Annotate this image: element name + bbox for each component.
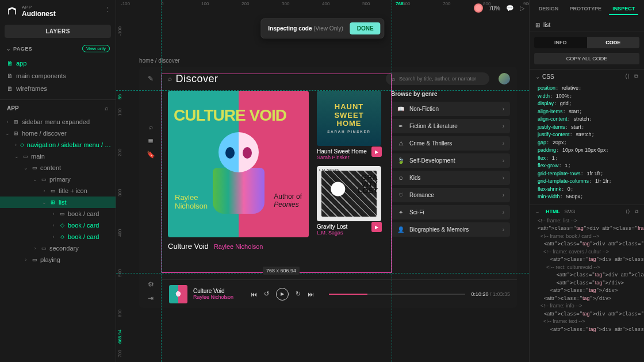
page-item[interactable]: 🗎app [0, 57, 116, 70]
ruler-vertical: -200-10059100200300400500600665.94700800… [116, 9, 128, 362]
layer-row[interactable]: ›◇navigation / sidebar menu / … [0, 139, 116, 151]
genre-item[interactable]: ⚠Crime & Thrillers› [391, 136, 510, 151]
layer-row[interactable]: ⌄▭main [0, 151, 116, 162]
search-input[interactable] [399, 76, 484, 82]
play-button[interactable]: ▶ [276, 288, 289, 301]
genre-icon: 📖 [397, 106, 405, 112]
play-button[interactable]: ▶ [371, 147, 382, 157]
feature-author: Raylee Nicholson [214, 243, 263, 250]
layer-row[interactable]: ›◇book / card [0, 231, 116, 242]
layer-row[interactable]: ⌄▭content [0, 162, 116, 174]
bookmark-icon[interactable]: 🔖 [147, 151, 155, 159]
css-code[interactable]: position: relative; width: 100%; display… [530, 83, 644, 205]
layers-tab[interactable]: LAYERS [5, 25, 111, 38]
artboard-main: ⌕Discover ⌕ CULTURE VOID Raylee Nicholso… [162, 67, 517, 276]
search-field[interactable]: ⌕ [386, 72, 489, 85]
cover-author-left: Raylee Nicholson [175, 193, 208, 211]
code-icon[interactable]: ⟨⟩ [625, 73, 630, 80]
feature-card[interactable]: CULTURE VOID Raylee Nicholson Author ofP… [168, 91, 309, 251]
brand-label: APP [22, 5, 56, 10]
app-section-title: APP [7, 105, 19, 111]
side-cards: HAUNTSWEETHOMESARAH PINSKERHaunt Sweet H… [317, 91, 383, 251]
artboard: ✎ ⌕ ≣ 🔖 ⚙ ⇥ ⌕Discover ⌕ [139, 67, 517, 308]
layer-row[interactable]: ›◇book / card [0, 219, 116, 231]
tab-prototype[interactable]: PROTOTYPE [566, 3, 605, 15]
forward-icon[interactable]: ↻ [296, 290, 301, 298]
tab-design[interactable]: DESIGN [535, 3, 562, 15]
genre-item[interactable]: 📖Non-Fiction› [391, 102, 510, 116]
code-tab-html[interactable]: HTML [546, 209, 560, 214]
genre-icon: ⚠ [397, 140, 405, 147]
guide-horizontal [116, 273, 529, 274]
layer-row[interactable]: ›▭book / card [0, 208, 116, 219]
rewind-icon[interactable]: ↺ [264, 290, 269, 298]
cover-art [207, 132, 270, 224]
tab-inspect[interactable]: INSPECT [609, 3, 638, 15]
search-icon[interactable]: ⌕ [149, 123, 153, 131]
kebab-icon[interactable]: ⋮ [105, 6, 111, 13]
comment-icon[interactable]: 💬 [506, 5, 514, 12]
search-icon: ⌕ [392, 75, 396, 82]
profile-avatar[interactable] [499, 73, 510, 84]
subtab-info[interactable]: INFO [534, 37, 587, 48]
css-section-header[interactable]: ⌄CSS⟨⟩⧉ [530, 70, 644, 83]
canvas[interactable]: -200-10001002003004005006007007688009001… [116, 0, 529, 362]
guide-vertical [392, 0, 392, 362]
size-badge: 768 x 606.94 [263, 267, 300, 275]
book-card[interactable]: HAUNTSWEETHOMESARAH PINSKERHaunt Sweet H… [317, 91, 383, 160]
play-button[interactable]: ▶ [371, 222, 382, 232]
genre-icon: 🍃 [397, 157, 405, 164]
layer-row[interactable]: ›▭playing [0, 254, 116, 265]
copy-icon[interactable]: ⧉ [635, 209, 638, 215]
chevron-right-icon: › [503, 192, 504, 198]
code-tab-svg[interactable]: SVG [565, 209, 576, 214]
layer-row[interactable]: ⌄⊞list [0, 197, 116, 208]
time-total: / 1:03:35 [490, 291, 510, 297]
genre-item[interactable]: ♡Romance› [391, 188, 510, 202]
layer-row[interactable]: ⌄▭primary [0, 174, 116, 185]
guide-vertical [161, 0, 162, 362]
search-icon[interactable]: ⌕ [105, 105, 109, 111]
page-icon: 🗎 [7, 60, 13, 67]
user-avatar[interactable] [474, 3, 483, 13]
zoom-level[interactable]: 70% [489, 5, 500, 11]
layer-row[interactable]: ›▭title + icon [0, 185, 116, 197]
layer-row[interactable]: ⌄⊞home / discover [0, 128, 116, 139]
page-item[interactable]: 🗎main components [0, 70, 116, 82]
genre-item[interactable]: ☺Kids› [391, 171, 510, 185]
view-only-badge: View only [82, 45, 110, 52]
guide-horizontal [116, 90, 529, 91]
prev-icon[interactable]: ⏮ [251, 291, 257, 298]
layer-row[interactable]: ›⊞sidebar menu expanded [0, 116, 116, 128]
layer-row[interactable]: ›▭secondary [0, 242, 116, 254]
next-icon[interactable]: ⏭ [308, 291, 314, 298]
pages-header[interactable]: ⌄PAGES View only [0, 40, 116, 57]
genre-item[interactable]: ✒Fiction & Literature› [391, 119, 510, 133]
inspector-tabs: DESIGNPROTOTYPEINSPECT [530, 0, 644, 18]
copy-icon[interactable]: ⧉ [634, 73, 638, 80]
copy-all-button[interactable]: COPY ALL CODE [534, 53, 639, 64]
logout-icon[interactable]: ⇥ [148, 294, 154, 302]
library-icon[interactable]: ≣ [148, 137, 154, 145]
genre-header: Browse by genre [391, 91, 510, 97]
pen-icon[interactable]: ✎ [148, 75, 154, 83]
progress-bar[interactable] [329, 294, 465, 295]
done-button[interactable]: DONE [350, 22, 381, 34]
page-title: ⌕Discover [168, 73, 218, 85]
grid-icon: ⊞ [535, 22, 540, 28]
chevron-right-icon: › [503, 140, 504, 147]
play-icon[interactable]: ▷ [520, 5, 524, 12]
player-cover[interactable] [169, 285, 187, 303]
html-code[interactable]: <!-- frame: list --> <attr">class="tag">… [530, 216, 644, 337]
genre-item[interactable]: 👤Biographies & Memoirs› [391, 222, 510, 237]
genre-item[interactable]: 🍃Self-Development› [391, 153, 510, 168]
subtab-code[interactable]: CODE [587, 37, 640, 48]
card-cover: HAUNTSWEETHOMESARAH PINSKER [317, 91, 381, 146]
code-icon[interactable]: ⟨⟩ [626, 209, 630, 215]
app-section-header: APP ⌕ [0, 99, 116, 116]
ruler-horizontal: -200-10001002003004005006007007688009001… [128, 0, 529, 9]
genre-item[interactable]: ✦Sci-Fi› [391, 205, 510, 219]
page-item[interactable]: 🗎wireframes [0, 82, 116, 95]
book-card[interactable]: L.M. SAGASGRAVITYLOSTGravity LostL.M. Sa… [317, 166, 383, 236]
settings-icon[interactable]: ⚙ [148, 280, 154, 288]
